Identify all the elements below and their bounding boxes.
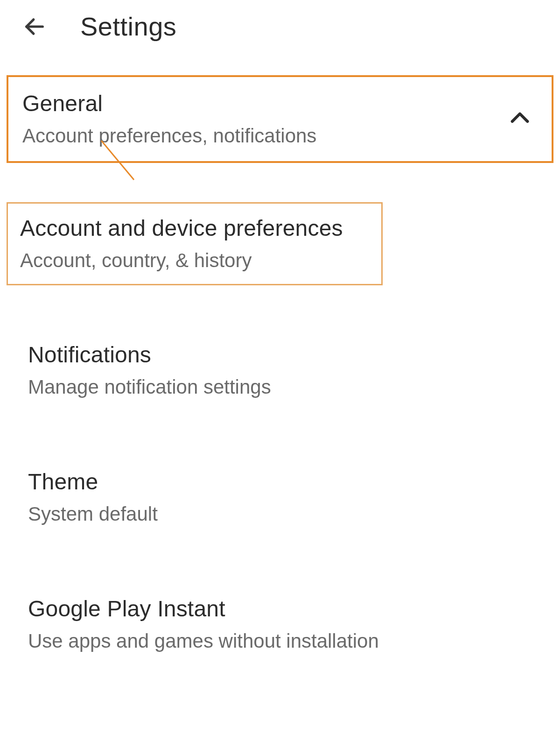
settings-item-title: General bbox=[22, 90, 496, 117]
settings-item-title: Theme bbox=[28, 468, 532, 495]
settings-list: General Account preferences, notificatio… bbox=[0, 53, 560, 666]
collapse-toggle[interactable] bbox=[507, 105, 533, 133]
settings-item-title: Account and device preferences bbox=[20, 215, 369, 242]
chevron-up-icon bbox=[507, 105, 533, 131]
back-button[interactable] bbox=[22, 14, 47, 39]
settings-item-theme[interactable]: Theme System default bbox=[14, 455, 546, 539]
settings-item-subtitle: Account, country, & history bbox=[20, 248, 369, 273]
app-header: Settings bbox=[0, 0, 560, 53]
settings-item-subtitle: Account preferences, notifications bbox=[22, 124, 496, 148]
arrow-left-icon bbox=[22, 14, 47, 39]
settings-item-subtitle: System default bbox=[28, 502, 532, 527]
page-title: Settings bbox=[80, 11, 176, 42]
settings-item-play-instant[interactable]: Google Play Instant Use apps and games w… bbox=[14, 582, 546, 666]
settings-item-title: Google Play Instant bbox=[28, 595, 532, 622]
settings-item-notifications[interactable]: Notifications Manage notification settin… bbox=[14, 328, 546, 412]
settings-item-subtitle: Use apps and games without installation bbox=[28, 629, 532, 654]
settings-item-general[interactable]: General Account preferences, notificatio… bbox=[7, 75, 553, 163]
settings-item-title: Notifications bbox=[28, 341, 532, 368]
settings-item-subtitle: Manage notification settings bbox=[28, 375, 532, 400]
settings-item-account-device[interactable]: Account and device preferences Account, … bbox=[7, 202, 383, 285]
